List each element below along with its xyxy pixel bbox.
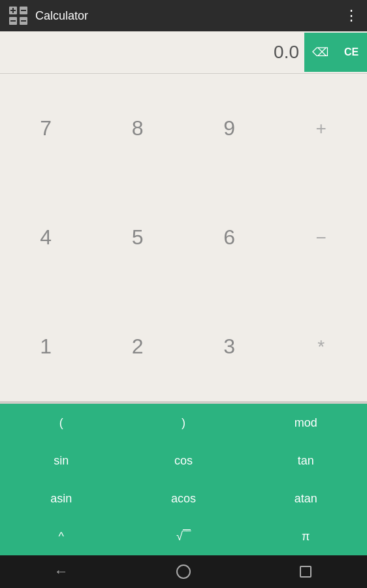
button-asin[interactable]: asin	[0, 480, 122, 517]
sci-row-3: asin acos atan	[0, 480, 367, 517]
app-title: Calculator	[35, 9, 344, 23]
button-tan[interactable]: tan	[245, 442, 367, 480]
sci-row-2: sin cos tan	[0, 442, 367, 480]
button-2[interactable]: 2	[92, 292, 184, 401]
back-icon: ←	[54, 563, 69, 580]
button-8[interactable]: 8	[92, 74, 184, 183]
button-cos[interactable]: cos	[122, 442, 244, 480]
recent-apps-icon	[300, 566, 311, 578]
sci-row-1: ( ) mod	[0, 404, 367, 442]
numpad-area: 7 8 9 + 4 5 6 − 1 2 3 *	[0, 74, 367, 401]
button-3[interactable]: 3	[184, 292, 276, 401]
button-close-paren[interactable]: )	[122, 404, 244, 442]
display-value: 0.0	[0, 31, 304, 73]
button-sin[interactable]: sin	[0, 442, 122, 480]
button-open-paren[interactable]: (	[0, 404, 122, 442]
button-pi[interactable]: π	[245, 517, 367, 555]
numpad-row-3: 1 2 3 *	[0, 292, 367, 401]
display-buttons: ⌫ CE	[304, 33, 367, 72]
button-power[interactable]: ^	[0, 517, 122, 555]
button-9[interactable]: 9	[184, 74, 276, 183]
sci-row-4: ^ √‾‾ π	[0, 517, 367, 555]
button-multiply[interactable]: *	[276, 292, 368, 401]
button-4[interactable]: 4	[0, 183, 92, 292]
nav-recent-button[interactable]	[289, 555, 322, 588]
display-area: 0.0 ⌫ CE	[0, 31, 367, 74]
button-5[interactable]: 5	[92, 183, 184, 292]
backspace-button[interactable]: ⌫	[304, 33, 336, 72]
home-icon	[176, 564, 191, 579]
button-atan[interactable]: atan	[245, 480, 367, 517]
backspace-icon: ⌫	[312, 45, 328, 59]
navigation-bar: ←	[0, 555, 367, 588]
nav-back-button[interactable]: ←	[45, 555, 78, 588]
numpad-row-1: 7 8 9 +	[0, 74, 367, 183]
button-7[interactable]: 7	[0, 74, 92, 183]
app-icon	[8, 5, 29, 26]
button-sqrt[interactable]: √‾‾	[122, 517, 244, 555]
numpad-row-2: 4 5 6 −	[0, 183, 367, 292]
ce-button[interactable]: CE	[336, 33, 367, 72]
scientific-area: ( ) mod sin cos tan asin acos atan ^ √‾‾…	[0, 404, 367, 555]
button-plus[interactable]: +	[276, 74, 368, 183]
title-bar: Calculator ⋮	[0, 0, 367, 31]
button-acos[interactable]: acos	[122, 480, 244, 517]
nav-home-button[interactable]	[167, 555, 200, 588]
button-mod[interactable]: mod	[245, 404, 367, 442]
overflow-menu-button[interactable]: ⋮	[344, 7, 359, 24]
button-minus[interactable]: −	[276, 183, 368, 292]
button-6[interactable]: 6	[184, 183, 276, 292]
button-1[interactable]: 1	[0, 292, 92, 401]
